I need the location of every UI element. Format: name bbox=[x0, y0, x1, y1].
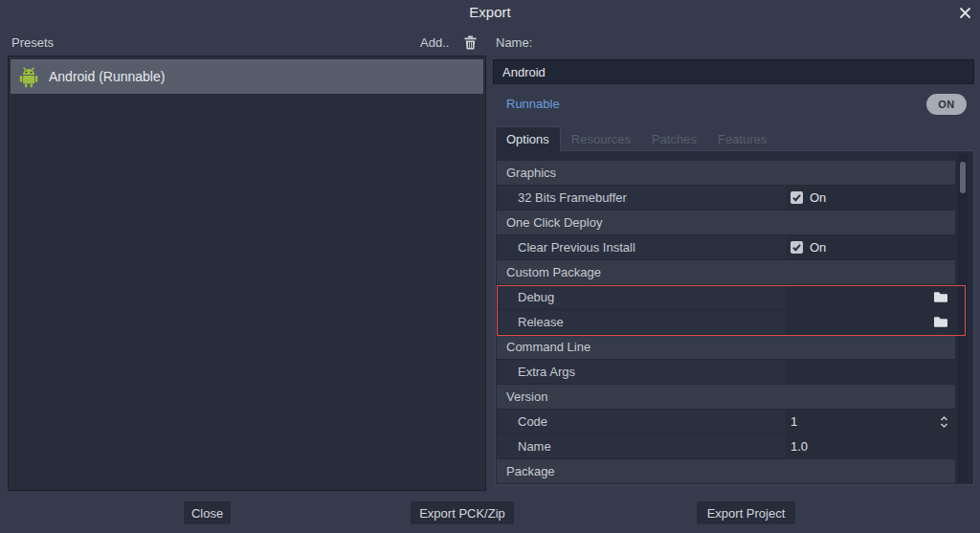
options-scrollbar-thumb[interactable] bbox=[960, 162, 966, 193]
browse-release-button[interactable] bbox=[933, 316, 948, 328]
delete-preset-button[interactable] bbox=[462, 34, 479, 51]
tab-options[interactable]: Options bbox=[495, 126, 561, 151]
checkbox-on-label: On bbox=[810, 190, 826, 205]
close-icon[interactable] bbox=[957, 5, 972, 20]
add-preset-button[interactable]: Add.. bbox=[420, 35, 449, 50]
close-button[interactable]: Close bbox=[183, 500, 232, 525]
presets-header: Presets bbox=[11, 35, 54, 50]
section-version: Version bbox=[497, 385, 955, 410]
preset-item-android[interactable]: Android (Runnable) bbox=[11, 59, 483, 94]
runnable-toggle[interactable]: ON bbox=[926, 94, 967, 115]
release-path-field[interactable] bbox=[786, 310, 955, 334]
options-scrollbar-track[interactable] bbox=[958, 153, 968, 482]
option-row-version-name: Name 1.0 bbox=[497, 434, 955, 459]
preset-name-value: Android bbox=[502, 65, 546, 79]
section-custom-package: Custom Package bbox=[497, 260, 955, 285]
section-one-click-deploy: One Click Deploy bbox=[497, 211, 955, 235]
checkbox-checked-icon[interactable] bbox=[791, 241, 803, 254]
android-icon bbox=[19, 65, 38, 88]
checkbox-checked-icon[interactable] bbox=[791, 191, 803, 204]
version-code-spinner[interactable] bbox=[939, 415, 949, 429]
tab-resources[interactable]: Resources bbox=[561, 126, 641, 151]
preset-item-label: Android (Runnable) bbox=[49, 69, 165, 84]
options-rows: Graphics 32 Bits Framebuffer On One Clic… bbox=[497, 161, 955, 484]
version-name-field[interactable]: 1.0 bbox=[786, 434, 955, 458]
option-row-clear-previous-install: Clear Previous Install On bbox=[497, 235, 955, 260]
extra-args-field[interactable] bbox=[786, 360, 955, 384]
export-tabs: Options Resources Patches Features bbox=[495, 126, 777, 151]
folder-icon bbox=[933, 291, 948, 303]
tab-features[interactable]: Features bbox=[707, 126, 777, 151]
runnable-label: Runnable bbox=[506, 97, 560, 111]
spinner-icon bbox=[939, 415, 949, 429]
folder-icon bbox=[933, 316, 948, 328]
section-graphics: Graphics bbox=[497, 161, 955, 186]
trash-icon bbox=[462, 34, 479, 51]
option-row-32-bits-framebuffer: 32 Bits Framebuffer On bbox=[497, 186, 955, 211]
preset-name-input[interactable]: Android bbox=[493, 59, 974, 84]
option-row-debug: Debug bbox=[497, 285, 955, 310]
export-pck-zip-button[interactable]: Export PCK/Zip bbox=[410, 500, 515, 525]
section-package: Package bbox=[497, 459, 955, 484]
checkbox-on-label: On bbox=[810, 240, 826, 255]
name-label: Name: bbox=[496, 35, 532, 50]
options-inspector: Graphics 32 Bits Framebuffer On One Clic… bbox=[495, 150, 974, 485]
browse-debug-button[interactable] bbox=[933, 291, 948, 303]
export-project-button[interactable]: Export Project bbox=[696, 500, 796, 525]
option-row-version-code: Code 1 bbox=[497, 410, 955, 434]
debug-path-field[interactable] bbox=[786, 285, 955, 309]
option-row-extra-args: Extra Args bbox=[497, 360, 955, 385]
tab-patches[interactable]: Patches bbox=[641, 126, 707, 151]
dialog-title: Export bbox=[0, 4, 980, 20]
presets-list: Android (Runnable) bbox=[8, 56, 486, 491]
option-row-release: Release bbox=[497, 310, 955, 335]
runnable-toggle-state: ON bbox=[938, 99, 955, 110]
version-code-field[interactable]: 1 bbox=[786, 410, 955, 433]
section-command-line: Command Line bbox=[497, 335, 955, 360]
